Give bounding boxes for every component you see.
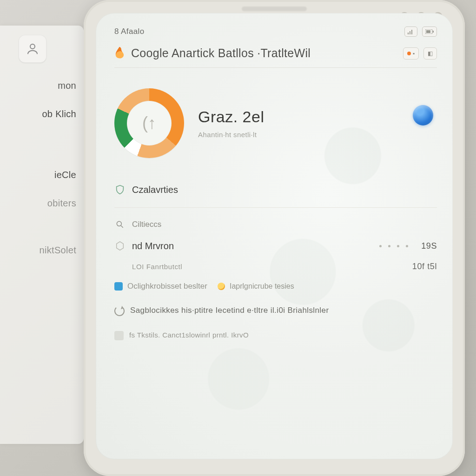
svg-rect-6 [433,31,434,33]
status-bar: 8 Afaalo [114,25,437,38]
list-row-loif: LOI Fanrtbutctl 10f t5l [114,262,437,271]
shield-icon [114,184,126,195]
list-value: 19S [421,241,437,251]
progress-ring[interactable]: (↑ [114,88,184,158]
status-chip-battery [422,26,437,37]
device-frame: 8 Afaalo Coogle Anartick Batllos ·Tratlt… [84,0,465,476]
hero-row: (↑ Graz. 2el Ahantin·ht snetli·lt [114,88,437,158]
title-divider [114,67,437,68]
list-label: Ciltieccs [132,220,161,229]
app-chip-icon [114,282,123,291]
row-divider [114,207,437,208]
hero-name: Graz. 2el [198,108,264,126]
status-chip-signal [404,26,417,37]
sun-icon [218,283,225,290]
side-account-icon[interactable] [19,35,46,63]
svg-point-0 [30,44,35,49]
page-title: Coogle Anartick Batllos ·TratlteWil [131,46,311,60]
status-dot-icon[interactable] [413,105,433,126]
sidebar-item-3[interactable]: obiters [0,198,79,209]
list-row-chiprow[interactable]: Oclighkrobisset beslter Iaprlgnicrube te… [114,282,437,291]
title-bar: Coogle Anartick Batllos ·TratlteWil ▪ ◧ [114,46,437,60]
sidebar-item-2[interactable]: ieCle [0,170,79,180]
dot-indicators [379,245,408,247]
paragraph-2-text: fs Tkstils. Canct1slowinrl prntl. IkrvO [129,330,249,340]
title-pill-2[interactable]: ◧ [423,47,437,60]
sidebar-item-1[interactable]: ob Klich [0,109,79,119]
svg-rect-3 [411,30,412,34]
list-value: 10f t5l [412,262,437,271]
sidebar-item-0[interactable]: mon [0,80,79,91]
list-section: Czalavrties Ciltieccs nd Mrvron 19S [114,184,437,291]
hex-icon [114,240,126,251]
list-label: Oclighkrobisset beslter [127,282,207,291]
svg-rect-5 [426,30,430,33]
svg-point-7 [117,221,121,226]
sidebar-item-4[interactable]: niktSolet [0,245,79,256]
paragraph-1-text: Sagblocikkes his·ptitre Iecetind e·tltre… [130,305,329,316]
search-icon [114,219,126,230]
paragraph-2: fs Tkstils. Canct1slowinrl prntl. IkrvO [114,330,437,340]
flame-icon [114,47,125,60]
list-row-mrvron[interactable]: nd Mrvron 19S [114,240,437,251]
title-pill-1[interactable]: ▪ [403,47,419,60]
refresh-icon [114,306,125,316]
list-row-activities[interactable]: Czalavrties [114,184,437,195]
paragraph-1[interactable]: Sagblocikkes his·ptitre Iecetind e·tltre… [114,305,437,316]
svg-rect-1 [408,33,409,34]
list-row-citecs[interactable]: Ciltieccs [114,219,437,230]
info-chip-icon [114,331,124,340]
side-panel: mon ob Klich ieCle obiters niktSolet [0,26,84,444]
svg-rect-2 [410,31,410,34]
list-extra-label: Iaprlgnicrube tesies [230,282,294,291]
ring-center-value: (↑ [127,101,172,145]
status-time: 8 Afaalo [114,27,145,36]
screen: 8 Afaalo Coogle Anartick Batllos ·Tratlt… [96,13,453,459]
hero-subtitle: Ahantin·ht snetli·lt [198,131,264,139]
list-label: LOI Fanrtbutctl [132,263,182,271]
list-label: nd Mrvron [132,241,174,251]
list-label: Czalavrties [132,185,178,195]
